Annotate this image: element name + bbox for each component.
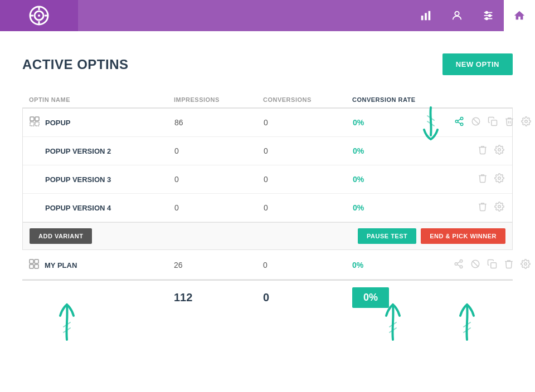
row-conversions-myplan: 0 <box>263 261 352 270</box>
total-rate-cell: 0% <box>352 287 453 308</box>
svg-rect-7 <box>421 16 424 20</box>
svg-rect-34 <box>35 259 38 263</box>
col-header-conversions: CONVERSIONS <box>263 96 352 103</box>
nav-stats[interactable] <box>410 0 441 31</box>
row-rate-v3: 0% <box>353 175 453 184</box>
row-actions-v2 <box>453 144 505 158</box>
row-name-myplan: MY PLAN <box>29 259 174 271</box>
header-nav <box>410 0 535 31</box>
svg-point-32 <box>498 205 501 208</box>
svg-point-45 <box>524 263 527 266</box>
total-rate-badge: 0% <box>352 287 389 308</box>
table-row: POPUP VERSION 4 0 0 0% <box>23 194 512 222</box>
total-impressions: 112 <box>174 291 263 304</box>
disable-icon[interactable] <box>470 115 482 130</box>
delete-icon[interactable] <box>476 200 489 215</box>
svg-line-25 <box>458 119 460 121</box>
delete-icon[interactable] <box>476 144 489 158</box>
svg-point-23 <box>460 123 463 126</box>
disable-icon[interactable] <box>469 258 481 272</box>
add-variant-button[interactable]: ADD VARIANT <box>30 228 92 244</box>
new-optin-button[interactable]: NEW OPTIN <box>442 53 513 75</box>
svg-rect-33 <box>30 259 33 263</box>
svg-line-27 <box>473 119 479 125</box>
ab-test-icon <box>30 116 40 129</box>
variant-group: POPUP 86 0 0% <box>22 108 513 250</box>
svg-rect-36 <box>35 264 38 268</box>
svg-rect-44 <box>491 263 497 268</box>
svg-point-29 <box>525 120 528 123</box>
svg-rect-35 <box>30 264 33 268</box>
svg-point-2 <box>38 14 40 17</box>
share-icon[interactable] <box>453 258 465 272</box>
page-title: ACTIVE OPTINS <box>22 57 129 72</box>
header <box>0 0 535 31</box>
row-impressions-v4: 0 <box>174 203 264 212</box>
svg-rect-19 <box>30 122 34 126</box>
nav-user[interactable] <box>441 0 473 31</box>
table-row: POPUP 86 0 0% <box>23 109 512 137</box>
svg-rect-28 <box>492 120 497 126</box>
pause-test-button[interactable]: PAUSE TEST <box>358 228 416 244</box>
home-icon <box>513 9 526 22</box>
svg-point-16 <box>485 18 488 20</box>
row-conversions-v3: 0 <box>264 175 353 184</box>
row-conversions-v4: 0 <box>264 203 353 212</box>
row-impressions-myplan: 26 <box>174 261 263 270</box>
table-header: OPTIN NAME IMPRESSIONS CONVERSIONS CONVE… <box>22 92 513 108</box>
delete-icon[interactable] <box>503 258 515 272</box>
tune-icon <box>482 9 494 22</box>
svg-line-40 <box>457 264 460 266</box>
svg-line-43 <box>473 261 479 267</box>
variant-footer: ADD VARIANT PAUSE TEST END & PICK WINNER <box>23 222 512 249</box>
svg-point-30 <box>498 149 501 151</box>
svg-line-24 <box>458 122 460 124</box>
settings-icon[interactable] <box>520 115 532 130</box>
row-impressions-popup: 86 <box>174 118 264 127</box>
settings-icon[interactable] <box>519 258 532 272</box>
logo[interactable] <box>0 0 78 31</box>
copy-icon[interactable] <box>487 115 499 130</box>
row-impressions-v2: 0 <box>174 146 264 155</box>
nav-home[interactable] <box>504 0 535 31</box>
settings-icon[interactable] <box>493 200 505 215</box>
col-header-name: OPTIN NAME <box>29 96 174 103</box>
row-name-v2: POPUP VERSION 2 <box>30 147 174 155</box>
share-icon[interactable] <box>453 115 465 130</box>
settings-icon[interactable] <box>493 172 505 187</box>
row-conversions-popup: 0 <box>264 118 353 127</box>
settings-icon[interactable] <box>493 144 505 158</box>
test-actions: PAUSE TEST END & PICK WINNER <box>358 228 505 244</box>
svg-rect-20 <box>35 122 39 126</box>
row-impressions-v3: 0 <box>174 175 264 184</box>
table-row: MY PLAN 26 0 0% <box>22 251 513 280</box>
row-rate-v4: 0% <box>353 203 453 212</box>
row-name-v4: POPUP VERSION 4 <box>30 204 174 212</box>
svg-point-38 <box>455 263 458 266</box>
row-rate-myplan: 0% <box>352 261 453 270</box>
svg-point-10 <box>455 12 459 16</box>
svg-rect-9 <box>429 11 431 21</box>
grid-icon <box>29 259 39 271</box>
row-name-v3: POPUP VERSION 3 <box>30 175 174 184</box>
svg-point-37 <box>460 260 463 263</box>
page-header: ACTIVE OPTINS NEW OPTIN <box>22 53 513 75</box>
bar-chart-icon <box>420 9 432 22</box>
row-actions-v3 <box>453 172 505 187</box>
svg-point-31 <box>498 177 501 180</box>
copy-icon[interactable] <box>486 258 498 272</box>
svg-line-41 <box>457 262 460 263</box>
total-conversions: 0 <box>263 291 352 304</box>
table-row: POPUP VERSION 2 0 0 0% <box>23 137 512 165</box>
row-actions-v4 <box>453 200 505 215</box>
svg-point-21 <box>460 117 463 120</box>
col-header-impressions: IMPRESSIONS <box>174 96 263 103</box>
delete-icon[interactable] <box>503 115 515 130</box>
main-content: ACTIVE OPTINS NEW OPTIN OPTIN NAME IMPRE… <box>0 31 535 392</box>
end-pick-button[interactable]: END & PICK WINNER <box>421 228 505 244</box>
delete-icon[interactable] <box>476 172 489 187</box>
row-rate-popup: 0% <box>353 118 453 127</box>
svg-rect-8 <box>425 13 427 20</box>
nav-tune[interactable] <box>473 0 504 31</box>
row-actions-popup <box>453 115 532 130</box>
